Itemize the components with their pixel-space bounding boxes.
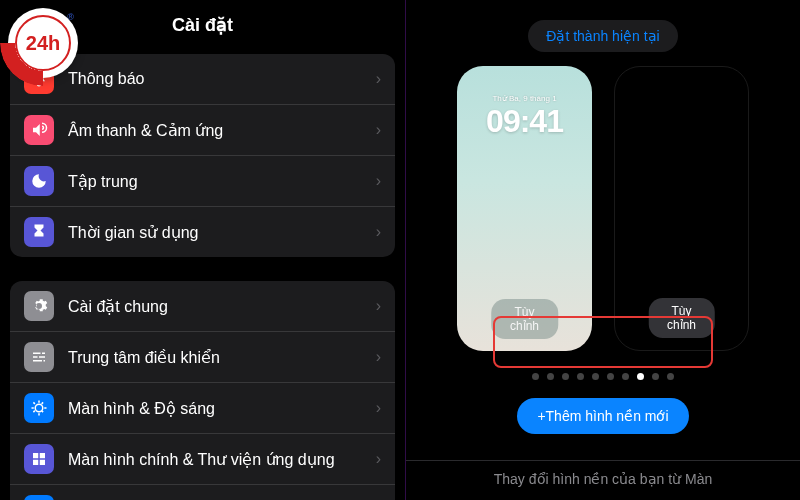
page-dot[interactable]	[607, 373, 614, 380]
homescreen-preview[interactable]: Tùy chỉnh	[614, 66, 749, 351]
customize-homescreen-button[interactable]: Tùy chỉnh	[648, 298, 715, 338]
customize-lockscreen-button[interactable]: Tùy chỉnh	[491, 299, 559, 339]
chevron-right-icon: ›	[376, 172, 381, 190]
settings-group-1: Thông báo › Âm thanh & Cảm ứng › Tập tru…	[10, 54, 395, 257]
grid-icon	[24, 444, 54, 474]
settings-row-man-hinh-chinh[interactable]: Màn hình chính & Thư viện ứng dụng ›	[10, 434, 395, 485]
site-watermark: 24h ®	[8, 8, 78, 78]
gear-icon	[24, 291, 54, 321]
row-label: Tập trung	[68, 172, 376, 191]
row-label: Âm thanh & Cảm ứng	[68, 121, 376, 140]
chevron-right-icon: ›	[376, 399, 381, 417]
page-dot[interactable]	[532, 373, 539, 380]
wallpaper-previews: Thứ Ba, 9 tháng 1 09:41 Tùy chỉnh Tùy ch…	[406, 66, 800, 351]
chevron-right-icon: ›	[376, 450, 381, 468]
watermark-text: 24h	[26, 32, 60, 55]
page-dot[interactable]	[667, 373, 674, 380]
page-dot[interactable]	[622, 373, 629, 380]
row-label: Màn hình & Độ sáng	[68, 399, 376, 418]
footer-hint: Thay đổi hình nền của bạn từ Màn	[406, 460, 800, 487]
page-dot[interactable]	[547, 373, 554, 380]
settings-row-am-thanh[interactable]: Âm thanh & Cảm ứng ›	[10, 105, 395, 156]
sound-icon	[24, 115, 54, 145]
sliders-icon	[24, 342, 54, 372]
page-dot[interactable]	[592, 373, 599, 380]
brightness-icon	[24, 393, 54, 423]
set-current-button[interactable]: Đặt thành hiện tại	[528, 20, 677, 52]
hourglass-icon	[24, 217, 54, 247]
settings-row-tap-trung[interactable]: Tập trung ›	[10, 156, 395, 207]
settings-group-2: Cài đặt chung › Trung tâm điều khiển › M…	[10, 281, 395, 500]
settings-row-trung-tam[interactable]: Trung tâm điều khiển ›	[10, 332, 395, 383]
row-label: Trung tâm điều khiển	[68, 348, 376, 367]
accessibility-icon	[24, 495, 54, 500]
row-label: Cài đặt chung	[68, 297, 376, 316]
page-dot[interactable]	[652, 373, 659, 380]
page-dots[interactable]	[406, 373, 800, 380]
moon-icon	[24, 166, 54, 196]
watermark-registered: ®	[67, 12, 74, 22]
lockscreen-time: 09:41	[486, 103, 563, 140]
chevron-right-icon: ›	[376, 297, 381, 315]
add-wallpaper-button[interactable]: +Thêm hình nền mới	[517, 398, 688, 434]
chevron-right-icon: ›	[376, 348, 381, 366]
row-label: Thời gian sử dụng	[68, 223, 376, 242]
chevron-right-icon: ›	[376, 70, 381, 88]
page-dot[interactable]	[562, 373, 569, 380]
settings-row-man-hinh-do-sang[interactable]: Màn hình & Độ sáng ›	[10, 383, 395, 434]
chevron-right-icon: ›	[376, 223, 381, 241]
row-label: Màn hình chính & Thư viện ứng dụng	[68, 450, 376, 469]
page-dot[interactable]	[577, 373, 584, 380]
row-label: Thông báo	[68, 70, 376, 88]
settings-row-cai-dat-chung[interactable]: Cài đặt chung ›	[10, 281, 395, 332]
lockscreen-date: Thứ Ba, 9 tháng 1	[492, 94, 556, 103]
lockscreen-preview[interactable]: Thứ Ba, 9 tháng 1 09:41 Tùy chỉnh	[457, 66, 592, 351]
wallpaper-screen: Đặt thành hiện tại Thứ Ba, 9 tháng 1 09:…	[405, 0, 800, 500]
chevron-right-icon: ›	[376, 121, 381, 139]
settings-row-tro-nang[interactable]: Trợ năng ›	[10, 485, 395, 500]
page-dot[interactable]	[637, 373, 644, 380]
settings-row-thoi-gian[interactable]: Thời gian sử dụng ›	[10, 207, 395, 257]
